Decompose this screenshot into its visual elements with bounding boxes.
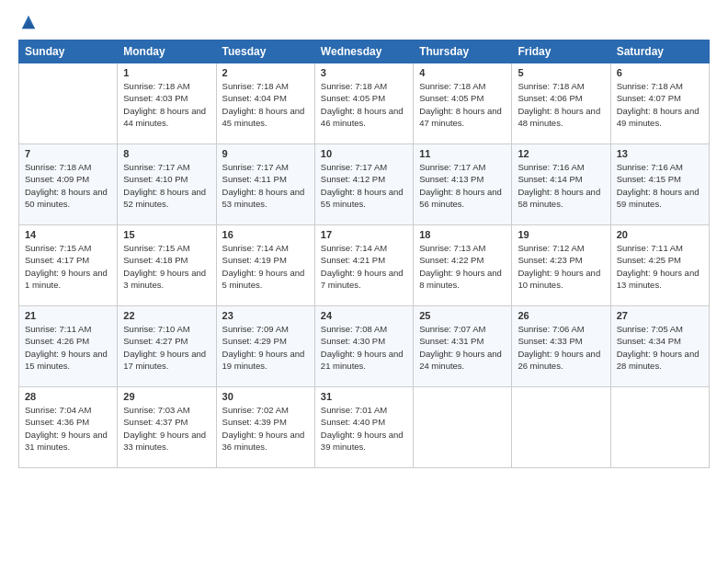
- day-number: 3: [321, 67, 407, 78]
- day-number: 18: [419, 229, 506, 240]
- week-row-1: 1 Sunrise: 7:18 AM Sunset: 4:03 PM Dayli…: [19, 63, 710, 144]
- calendar-cell: 15 Sunrise: 7:15 AM Sunset: 4:18 PM Dayl…: [118, 225, 216, 306]
- cell-content: Sunrise: 7:17 AM Sunset: 4:10 PM Dayligh…: [123, 161, 210, 210]
- cell-content: Sunrise: 7:10 AM Sunset: 4:27 PM Dayligh…: [123, 323, 210, 372]
- cell-content: Sunrise: 7:12 AM Sunset: 4:23 PM Dayligh…: [518, 242, 604, 291]
- cell-content: Sunrise: 7:01 AM Sunset: 4:40 PM Dayligh…: [321, 404, 407, 453]
- cell-content: Sunrise: 7:03 AM Sunset: 4:37 PM Dayligh…: [123, 404, 210, 453]
- calendar-page: SundayMondayTuesdayWednesdayThursdayFrid…: [0, 0, 728, 563]
- day-number: 14: [25, 229, 111, 240]
- day-number: 31: [321, 391, 407, 402]
- logo-icon: [20, 14, 37, 30]
- day-number: 17: [321, 229, 407, 240]
- calendar-cell: 16 Sunrise: 7:14 AM Sunset: 4:19 PM Dayl…: [216, 225, 314, 306]
- week-row-3: 14 Sunrise: 7:15 AM Sunset: 4:17 PM Dayl…: [19, 225, 710, 306]
- calendar-cell: 8 Sunrise: 7:17 AM Sunset: 4:10 PM Dayli…: [118, 144, 216, 225]
- cell-content: Sunrise: 7:08 AM Sunset: 4:30 PM Dayligh…: [321, 323, 407, 372]
- calendar-cell: 26 Sunrise: 7:06 AM Sunset: 4:33 PM Dayl…: [512, 306, 610, 387]
- calendar-cell: 9 Sunrise: 7:17 AM Sunset: 4:11 PM Dayli…: [216, 144, 314, 225]
- calendar-cell: 11 Sunrise: 7:17 AM Sunset: 4:13 PM Dayl…: [414, 144, 512, 225]
- day-number: 15: [123, 229, 210, 240]
- calendar-cell: 19 Sunrise: 7:12 AM Sunset: 4:23 PM Dayl…: [512, 225, 610, 306]
- calendar-cell: 4 Sunrise: 7:18 AM Sunset: 4:05 PM Dayli…: [414, 63, 512, 144]
- cell-content: Sunrise: 7:14 AM Sunset: 4:21 PM Dayligh…: [321, 242, 407, 291]
- day-number: 28: [25, 391, 111, 402]
- day-number: 7: [25, 148, 111, 159]
- cell-content: Sunrise: 7:15 AM Sunset: 4:18 PM Dayligh…: [123, 242, 210, 291]
- cell-content: Sunrise: 7:18 AM Sunset: 4:06 PM Dayligh…: [518, 80, 604, 129]
- weekday-header-sunday: Sunday: [19, 40, 118, 63]
- day-number: 13: [617, 148, 703, 159]
- calendar-cell: 7 Sunrise: 7:18 AM Sunset: 4:09 PM Dayli…: [19, 144, 118, 225]
- cell-content: Sunrise: 7:18 AM Sunset: 4:04 PM Dayligh…: [222, 80, 309, 129]
- calendar-cell: 2 Sunrise: 7:18 AM Sunset: 4:04 PM Dayli…: [216, 63, 314, 144]
- calendar-cell: 21 Sunrise: 7:11 AM Sunset: 4:26 PM Dayl…: [19, 306, 118, 387]
- weekday-header-thursday: Thursday: [414, 40, 512, 63]
- day-number: 16: [222, 229, 309, 240]
- day-number: 23: [222, 310, 309, 321]
- calendar-cell: 14 Sunrise: 7:15 AM Sunset: 4:17 PM Dayl…: [19, 225, 118, 306]
- weekday-header-row: SundayMondayTuesdayWednesdayThursdayFrid…: [19, 40, 710, 63]
- calendar-cell: 22 Sunrise: 7:10 AM Sunset: 4:27 PM Dayl…: [118, 306, 216, 387]
- day-number: 1: [123, 67, 210, 78]
- calendar-cell: 20 Sunrise: 7:11 AM Sunset: 4:25 PM Dayl…: [610, 225, 709, 306]
- cell-content: Sunrise: 7:18 AM Sunset: 4:05 PM Dayligh…: [419, 80, 506, 129]
- cell-content: Sunrise: 7:17 AM Sunset: 4:13 PM Dayligh…: [419, 161, 506, 210]
- calendar-cell: 6 Sunrise: 7:18 AM Sunset: 4:07 PM Dayli…: [610, 63, 709, 144]
- calendar-cell: [414, 387, 512, 468]
- calendar-cell: [512, 387, 610, 468]
- calendar-cell: 30 Sunrise: 7:02 AM Sunset: 4:39 PM Dayl…: [216, 387, 314, 468]
- week-row-2: 7 Sunrise: 7:18 AM Sunset: 4:09 PM Dayli…: [19, 144, 710, 225]
- cell-content: Sunrise: 7:18 AM Sunset: 4:05 PM Dayligh…: [321, 80, 407, 129]
- day-number: 19: [518, 229, 604, 240]
- calendar-cell: 25 Sunrise: 7:07 AM Sunset: 4:31 PM Dayl…: [414, 306, 512, 387]
- cell-content: Sunrise: 7:02 AM Sunset: 4:39 PM Dayligh…: [222, 404, 309, 453]
- cell-content: Sunrise: 7:04 AM Sunset: 4:36 PM Dayligh…: [25, 404, 111, 453]
- day-number: 25: [419, 310, 506, 321]
- week-row-4: 21 Sunrise: 7:11 AM Sunset: 4:26 PM Dayl…: [19, 306, 710, 387]
- calendar-cell: 3 Sunrise: 7:18 AM Sunset: 4:05 PM Dayli…: [314, 63, 413, 144]
- cell-content: Sunrise: 7:14 AM Sunset: 4:19 PM Dayligh…: [222, 242, 309, 291]
- calendar-cell: 17 Sunrise: 7:14 AM Sunset: 4:21 PM Dayl…: [314, 225, 413, 306]
- header: [18, 14, 710, 30]
- day-number: 29: [123, 391, 210, 402]
- calendar-cell: 24 Sunrise: 7:08 AM Sunset: 4:30 PM Dayl…: [314, 306, 413, 387]
- day-number: 9: [222, 148, 309, 159]
- cell-content: Sunrise: 7:15 AM Sunset: 4:17 PM Dayligh…: [25, 242, 111, 291]
- day-number: 20: [617, 229, 703, 240]
- day-number: 21: [25, 310, 111, 321]
- calendar-cell: 12 Sunrise: 7:16 AM Sunset: 4:14 PM Dayl…: [512, 144, 610, 225]
- calendar-cell: 10 Sunrise: 7:17 AM Sunset: 4:12 PM Dayl…: [314, 144, 413, 225]
- day-number: 11: [419, 148, 506, 159]
- calendar-cell: 29 Sunrise: 7:03 AM Sunset: 4:37 PM Dayl…: [118, 387, 216, 468]
- calendar-cell: 27 Sunrise: 7:05 AM Sunset: 4:34 PM Dayl…: [610, 306, 709, 387]
- calendar-cell: 13 Sunrise: 7:16 AM Sunset: 4:15 PM Dayl…: [610, 144, 709, 225]
- day-number: 10: [321, 148, 407, 159]
- day-number: 24: [321, 310, 407, 321]
- calendar-cell: 18 Sunrise: 7:13 AM Sunset: 4:22 PM Dayl…: [414, 225, 512, 306]
- day-number: 5: [518, 67, 604, 78]
- day-number: 12: [518, 148, 604, 159]
- day-number: 6: [617, 67, 703, 78]
- calendar-cell: 5 Sunrise: 7:18 AM Sunset: 4:06 PM Dayli…: [512, 63, 610, 144]
- day-number: 8: [123, 148, 210, 159]
- calendar-cell: 28 Sunrise: 7:04 AM Sunset: 4:36 PM Dayl…: [19, 387, 118, 468]
- day-number: 27: [617, 310, 703, 321]
- weekday-header-tuesday: Tuesday: [216, 40, 314, 63]
- cell-content: Sunrise: 7:17 AM Sunset: 4:11 PM Dayligh…: [222, 161, 309, 210]
- calendar-cell: [19, 63, 118, 144]
- weekday-header-saturday: Saturday: [610, 40, 709, 63]
- day-number: 4: [419, 67, 506, 78]
- logo: [18, 14, 37, 30]
- svg-marker-1: [22, 20, 35, 29]
- weekday-header-wednesday: Wednesday: [314, 40, 413, 63]
- day-number: 22: [123, 310, 210, 321]
- cell-content: Sunrise: 7:16 AM Sunset: 4:15 PM Dayligh…: [617, 161, 703, 210]
- cell-content: Sunrise: 7:09 AM Sunset: 4:29 PM Dayligh…: [222, 323, 309, 372]
- cell-content: Sunrise: 7:13 AM Sunset: 4:22 PM Dayligh…: [419, 242, 506, 291]
- cell-content: Sunrise: 7:11 AM Sunset: 4:25 PM Dayligh…: [617, 242, 703, 291]
- weekday-header-friday: Friday: [512, 40, 610, 63]
- calendar-cell: 23 Sunrise: 7:09 AM Sunset: 4:29 PM Dayl…: [216, 306, 314, 387]
- day-number: 2: [222, 67, 309, 78]
- cell-content: Sunrise: 7:11 AM Sunset: 4:26 PM Dayligh…: [25, 323, 111, 372]
